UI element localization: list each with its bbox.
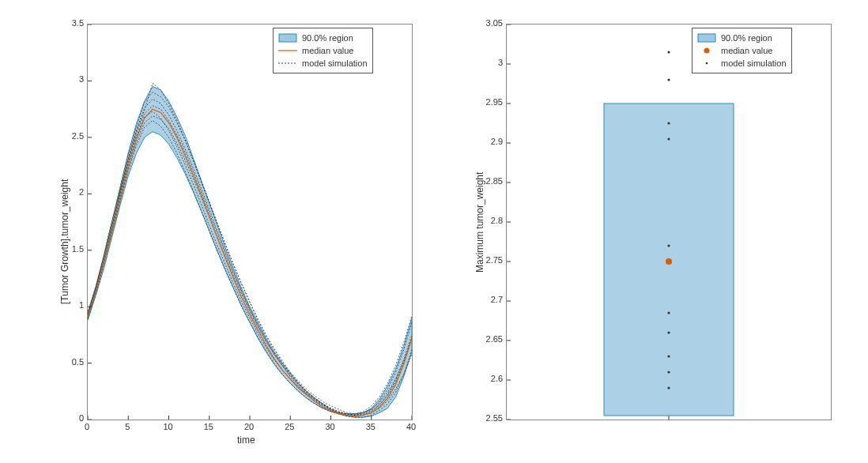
ytick-label: 3.5 bbox=[63, 18, 84, 28]
legend-median-row: median value bbox=[278, 44, 368, 57]
xtick-label: 20 bbox=[241, 422, 257, 431]
right-plot-svg bbox=[507, 24, 831, 420]
svg-point-25 bbox=[667, 311, 670, 314]
left-axes bbox=[87, 24, 413, 420]
left-legend: 90.0% region median value model simulati… bbox=[273, 28, 373, 73]
svg-point-22 bbox=[667, 371, 670, 373]
legend-sim-row: model simulation bbox=[278, 57, 368, 70]
svg-point-26 bbox=[667, 244, 670, 247]
legend2-region-label: 90.0% region bbox=[721, 33, 772, 43]
svg-point-29 bbox=[667, 78, 670, 81]
legend2-median-row: median value bbox=[697, 44, 787, 57]
xtick-label: 10 bbox=[160, 422, 176, 431]
legend2-region-row: 90.0% region bbox=[697, 32, 787, 44]
legend2-sim-row: model simulation bbox=[697, 57, 787, 70]
svg-point-45 bbox=[704, 48, 710, 54]
xtick-label: 30 bbox=[323, 422, 338, 431]
legend-median-label: median value bbox=[302, 46, 353, 55]
xtick-label: 40 bbox=[403, 422, 419, 431]
legend2-sim-label: model simulation bbox=[721, 58, 787, 68]
legend2-median-swatch bbox=[697, 47, 716, 55]
legend-region-swatch bbox=[278, 34, 297, 42]
ytick-label: 2.65 bbox=[477, 334, 503, 344]
svg-rect-17 bbox=[279, 34, 296, 42]
legend-region-label: 90.0% region bbox=[302, 33, 353, 43]
xtick-label: 25 bbox=[281, 422, 297, 431]
legend2-median-label: median value bbox=[721, 46, 772, 55]
right-axes bbox=[506, 24, 832, 420]
left-xlabel: time bbox=[237, 435, 255, 446]
ytick-label: 3.05 bbox=[477, 18, 503, 28]
svg-point-28 bbox=[667, 122, 670, 124]
xtick-label: 5 bbox=[119, 422, 135, 431]
ytick-label: 2.7 bbox=[477, 295, 503, 304]
ytick-label: 2.55 bbox=[477, 413, 503, 423]
svg-point-27 bbox=[667, 137, 670, 140]
figure: 00.511.522.533.5 0510152025303540 [Tumor… bbox=[0, 0, 868, 463]
ytick-label: 2.6 bbox=[477, 374, 503, 383]
legend-sim-label: model simulation bbox=[302, 58, 368, 68]
svg-rect-44 bbox=[698, 34, 715, 42]
svg-point-23 bbox=[667, 355, 670, 357]
ytick-label: 3 bbox=[63, 74, 84, 84]
legend2-region-swatch bbox=[697, 34, 716, 42]
svg-point-21 bbox=[667, 386, 670, 389]
ytick-label: 3 bbox=[477, 58, 503, 67]
svg-point-24 bbox=[667, 331, 670, 333]
right-legend: 90.0% region median value model simulati… bbox=[692, 28, 792, 73]
legend2-sim-swatch bbox=[697, 59, 716, 67]
xtick-label: 15 bbox=[201, 422, 217, 431]
right-ylabel: Maximum tumor_weight bbox=[474, 130, 485, 273]
legend-sim-swatch bbox=[278, 59, 297, 67]
xtick-label: 0 bbox=[79, 422, 95, 431]
ytick-label: 2.95 bbox=[477, 97, 503, 107]
left-plot-svg bbox=[88, 24, 412, 420]
legend-region-row: 90.0% region bbox=[278, 32, 368, 44]
svg-point-30 bbox=[667, 51, 670, 53]
legend-median-swatch bbox=[278, 47, 297, 55]
left-ylabel: [Tumor Growth].tumor_weight bbox=[59, 130, 70, 304]
xtick-label: 35 bbox=[363, 422, 379, 431]
svg-point-46 bbox=[706, 62, 708, 65]
svg-point-31 bbox=[666, 258, 672, 265]
ytick-label: 0.5 bbox=[63, 357, 84, 367]
